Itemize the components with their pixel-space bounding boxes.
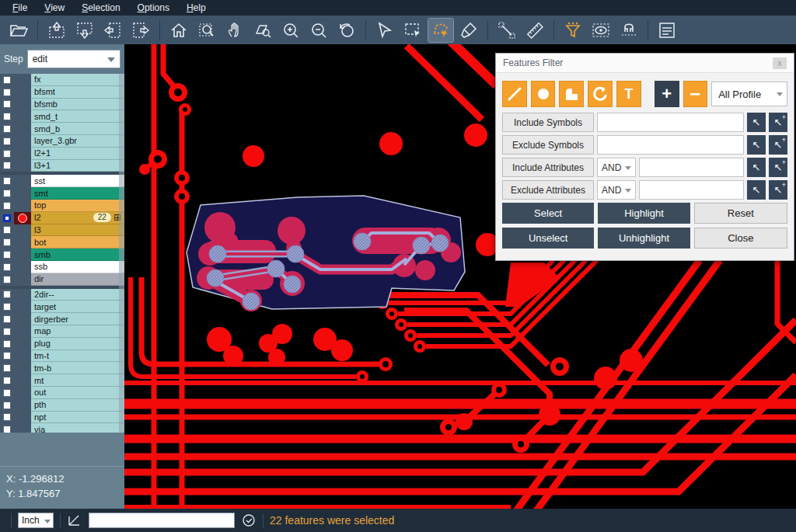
menu-view[interactable]: View bbox=[37, 1, 72, 15]
layer-name[interactable]: ssb bbox=[31, 261, 124, 273]
reset-button[interactable]: Reset bbox=[694, 203, 787, 224]
layer-visibility-checkbox[interactable] bbox=[3, 389, 11, 397]
layer-row[interactable]: top bbox=[0, 200, 124, 212]
text-feature-button[interactable]: T bbox=[616, 81, 641, 107]
layer-visibility-checkbox[interactable] bbox=[3, 214, 11, 222]
layer-row[interactable]: npt bbox=[0, 412, 124, 424]
highlight-button[interactable]: Highlight bbox=[598, 203, 690, 224]
layer-active-indicator[interactable] bbox=[14, 99, 31, 111]
layer-active-indicator[interactable] bbox=[14, 175, 31, 187]
layer-row[interactable]: layer_3.gbr bbox=[0, 135, 124, 148]
layer-name[interactable]: bfsmt bbox=[31, 86, 124, 99]
layer-row[interactable]: pth bbox=[0, 399, 124, 412]
layer-name[interactable]: layer_3.gbr bbox=[31, 135, 124, 148]
polygon-select-button[interactable] bbox=[428, 19, 453, 42]
layer-row[interactable]: bfsmb bbox=[0, 99, 124, 111]
layer-name[interactable]: l222⊞ bbox=[31, 212, 124, 224]
layer-active-indicator[interactable] bbox=[14, 350, 31, 363]
refresh-icon[interactable] bbox=[241, 513, 257, 528]
unselect-button[interactable]: Unselect bbox=[502, 228, 594, 249]
layer-row[interactable]: 2dir-- bbox=[0, 289, 124, 301]
layer-active-indicator[interactable] bbox=[14, 135, 31, 148]
menu-options[interactable]: Options bbox=[130, 1, 177, 15]
layer-active-indicator[interactable] bbox=[14, 148, 31, 160]
layer-active-indicator[interactable] bbox=[14, 160, 31, 172]
layer-row[interactable]: bfsmt bbox=[0, 86, 124, 99]
layer-visibility-checkbox[interactable] bbox=[3, 76, 11, 84]
pick-symbol-add-button[interactable]: ↖+ bbox=[769, 113, 787, 132]
layer-row[interactable]: smb bbox=[0, 249, 124, 261]
layer-row[interactable]: l3+1 bbox=[0, 160, 124, 172]
layer-row[interactable]: dirgerber bbox=[0, 313, 124, 325]
layer-name[interactable]: smd_t bbox=[31, 110, 124, 123]
show-selection-button[interactable] bbox=[588, 19, 613, 42]
measure-line-button[interactable] bbox=[494, 19, 519, 42]
layer-visibility-checkbox[interactable] bbox=[3, 162, 11, 169]
surface-feature-button[interactable] bbox=[559, 81, 584, 107]
layer-name[interactable]: sst bbox=[31, 175, 124, 187]
layer-name[interactable]: tm-t bbox=[31, 350, 124, 363]
features-filter-button[interactable] bbox=[560, 19, 585, 42]
layer-visibility-checkbox[interactable] bbox=[3, 402, 11, 409]
ruler-button[interactable] bbox=[522, 19, 547, 42]
include-attributes-logic-select[interactable]: AND bbox=[597, 158, 636, 177]
layer-name[interactable]: 2dir-- bbox=[31, 289, 124, 301]
command-input[interactable] bbox=[89, 513, 235, 528]
include-symbols-button[interactable]: Include Symbols bbox=[502, 113, 594, 132]
menu-selection[interactable]: Selection bbox=[74, 1, 127, 15]
layer-active-indicator[interactable] bbox=[14, 313, 31, 325]
layer-name[interactable]: l2+1 bbox=[31, 148, 124, 160]
notes-panel-button[interactable] bbox=[655, 19, 679, 42]
layer-row[interactable]: tm-b bbox=[0, 362, 124, 374]
layer-row[interactable]: fx bbox=[0, 74, 124, 86]
layer-visibility-checkbox[interactable] bbox=[3, 413, 11, 421]
layer-active-indicator[interactable] bbox=[14, 399, 31, 412]
layer-visibility-checkbox[interactable] bbox=[3, 177, 11, 185]
close-button[interactable]: Close bbox=[694, 228, 787, 249]
layer-visibility-checkbox[interactable] bbox=[3, 150, 11, 158]
layer-active-indicator[interactable] bbox=[14, 325, 31, 338]
select-button[interactable]: Select bbox=[502, 203, 594, 224]
layer-name[interactable]: bfsmb bbox=[31, 99, 124, 111]
layer-visibility-checkbox[interactable] bbox=[3, 202, 11, 210]
layer-visibility-checkbox[interactable] bbox=[3, 125, 11, 133]
layer-name[interactable]: plug bbox=[31, 338, 124, 350]
include-attributes-input[interactable] bbox=[639, 158, 744, 177]
layer-visibility-checkbox[interactable] bbox=[3, 251, 11, 259]
layer-row[interactable]: target bbox=[0, 301, 124, 313]
layer-active-indicator[interactable] bbox=[14, 338, 31, 350]
layer-visibility-checkbox[interactable] bbox=[3, 263, 11, 271]
pad-feature-button[interactable] bbox=[531, 81, 556, 107]
layer-active-indicator[interactable] bbox=[14, 301, 31, 313]
layer-name[interactable]: tm-b bbox=[31, 362, 124, 374]
layer-row[interactable]: l2+1 bbox=[0, 148, 124, 160]
snap-button[interactable] bbox=[616, 19, 641, 42]
exclude-attributes-button[interactable]: Exclude Attributes bbox=[502, 180, 594, 200]
pick-attribute-button[interactable]: ↖ bbox=[747, 180, 766, 200]
layer-active-indicator[interactable] bbox=[14, 374, 31, 387]
layer-active-indicator[interactable] bbox=[14, 387, 31, 399]
layer-name[interactable]: smb bbox=[31, 249, 124, 261]
pick-symbol-button[interactable]: ↖ bbox=[747, 113, 766, 132]
layer-name[interactable]: target bbox=[31, 301, 124, 313]
layer-active-indicator[interactable] bbox=[14, 123, 31, 135]
layer-row[interactable]: out bbox=[0, 387, 124, 399]
layer-active-indicator[interactable] bbox=[14, 212, 31, 224]
layer-row[interactable]: smd_b bbox=[0, 123, 124, 135]
pick-attribute-add-button[interactable]: ↖+ bbox=[769, 158, 787, 177]
pick-symbol-add-button[interactable]: ↖+ bbox=[769, 135, 787, 155]
layer-active-indicator[interactable] bbox=[14, 224, 31, 237]
select-pointer-button[interactable] bbox=[372, 19, 397, 42]
layer-active-indicator[interactable] bbox=[14, 110, 31, 123]
rectangle-select-button[interactable] bbox=[400, 19, 425, 42]
layer-active-indicator[interactable] bbox=[14, 200, 31, 212]
menu-file[interactable]: File bbox=[5, 1, 35, 15]
layer-row[interactable]: smd_t bbox=[0, 110, 124, 123]
zoom-previous-button[interactable] bbox=[334, 19, 359, 42]
pick-attribute-button[interactable]: ↖ bbox=[747, 158, 766, 177]
exclude-attributes-logic-select[interactable]: AND bbox=[597, 180, 636, 200]
layer-row[interactable]: l222⊞ bbox=[0, 212, 124, 224]
layer-name[interactable]: pth bbox=[31, 399, 124, 412]
arc-feature-button[interactable] bbox=[588, 81, 613, 107]
dialog-title-bar[interactable]: Features Filter x bbox=[496, 54, 794, 73]
